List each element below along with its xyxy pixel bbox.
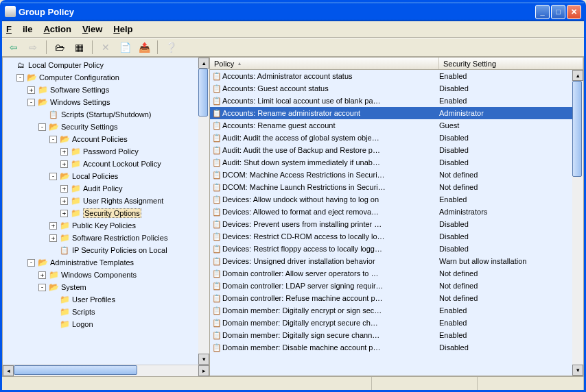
scroll-down-button[interactable]: ▾ — [198, 354, 209, 365]
policy-item-icon: 📋 — [211, 257, 222, 266]
column-header-policy[interactable]: Policy ▴ — [210, 58, 439, 69]
list-row[interactable]: 📋Devices: Unsigned driver installation b… — [210, 255, 583, 267]
tree-item[interactable]: -Computer Configuration — [3, 71, 209, 84]
tree-item[interactable]: +Audit Policy — [3, 182, 209, 195]
tree-item[interactable]: Scripts (Startup/Shutdown) — [3, 108, 209, 121]
tree-item[interactable]: -Security Settings — [3, 121, 209, 133]
list-row[interactable]: 📋Devices: Restrict floppy access to loca… — [210, 243, 583, 255]
list-row[interactable]: 📋Devices: Restrict CD-ROM access to loca… — [210, 230, 583, 243]
collapse-icon[interactable]: - — [27, 99, 35, 106]
collapse-icon[interactable]: - — [16, 74, 24, 82]
tree-item[interactable]: +Security Options — [3, 207, 209, 219]
show-hide-tree-button[interactable]: ▦ — [71, 40, 86, 55]
properties-button[interactable]: 📄 — [117, 40, 132, 55]
tree-item[interactable]: -Account Policies — [3, 133, 209, 145]
collapse-icon[interactable]: - — [38, 284, 46, 291]
menu-view[interactable]: View — [82, 24, 102, 34]
help-button[interactable]: ❔ — [163, 40, 178, 55]
list-row[interactable]: 📋Devices: Prevent users from installing … — [210, 218, 583, 230]
list-row[interactable]: 📋Audit: Audit the access of global syste… — [210, 132, 583, 144]
list-row[interactable]: 📋Domain controller: Refuse machine accou… — [210, 292, 583, 304]
expand-icon[interactable]: + — [27, 86, 35, 94]
list-vertical-scrollbar[interactable]: ▴ ▾ — [572, 70, 583, 376]
list-row[interactable]: 📋Domain member: Digitally encrypt or sig… — [210, 304, 583, 317]
list-row[interactable]: 📋Accounts: Rename guest accountGuest — [210, 119, 583, 132]
tree-item[interactable]: +Software Restriction Policies — [3, 232, 209, 244]
tree-item[interactable]: +Public Key Policies — [3, 219, 209, 232]
list-row[interactable]: 📋Devices: Allow undock without having to… — [210, 193, 583, 206]
tree-item[interactable]: User Profiles — [3, 293, 209, 306]
expand-icon[interactable]: + — [60, 210, 68, 217]
tree-horizontal-scrollbar[interactable]: ◂ ▸ — [3, 365, 209, 376]
folder-icon — [59, 233, 70, 243]
list-row[interactable]: 📋Domain member: Disable machine account … — [210, 341, 583, 354]
expand-icon[interactable]: + — [49, 222, 57, 230]
list-row[interactable]: 📋DCOM: Machine Access Restrictions in Se… — [210, 169, 583, 181]
scroll-right-button[interactable]: ▸ — [198, 365, 209, 376]
list-row[interactable]: 📋Audit: Shut down system immediately if … — [210, 156, 583, 169]
list-row[interactable]: 📋Accounts: Guest account statusDisabled — [210, 82, 583, 95]
close-button[interactable]: ✕ — [567, 5, 581, 19]
tree-item[interactable]: -Local Policies — [3, 170, 209, 182]
collapse-icon[interactable]: - — [49, 173, 57, 180]
tree-vertical-scrollbar[interactable]: ▴ ▾ — [198, 58, 209, 365]
list-row[interactable]: 📋Domain controller: Allow server operato… — [210, 267, 583, 280]
policy-item-icon: 📋 — [211, 171, 222, 180]
maximize-button[interactable]: □ — [551, 5, 565, 19]
tree-item[interactable]: Scripts — [3, 306, 209, 318]
expand-icon[interactable]: + — [60, 197, 68, 205]
list-view[interactable]: 📋Accounts: Administrator account statusE… — [210, 70, 583, 376]
scroll-thumb[interactable] — [14, 365, 137, 375]
tree-item[interactable]: -System — [3, 281, 209, 293]
tree-item[interactable]: -Administrative Templates — [3, 256, 209, 269]
up-button[interactable]: 🗁 — [52, 40, 67, 55]
expand-icon[interactable]: + — [49, 234, 57, 242]
list-row[interactable]: 📋Devices: Allowed to format and eject re… — [210, 206, 583, 218]
tree-item[interactable]: Logon — [3, 318, 209, 330]
list-row[interactable]: 📋DCOM: Machine Launch Restrictions in Se… — [210, 181, 583, 193]
list-row[interactable]: 📋Accounts: Administrator account statusE… — [210, 70, 583, 82]
expand-icon[interactable]: + — [60, 160, 68, 168]
tree-view[interactable]: Local Computer Policy-Computer Configura… — [3, 58, 209, 365]
expand-icon[interactable]: + — [38, 271, 46, 279]
scroll-up-button[interactable]: ▴ — [198, 58, 209, 69]
collapse-icon[interactable]: - — [49, 136, 57, 143]
expand-icon[interactable]: + — [60, 185, 68, 193]
export-button[interactable]: 📤 — [137, 40, 152, 55]
scroll-thumb[interactable] — [198, 69, 208, 117]
delete-button[interactable]: ✕ — [98, 40, 113, 55]
tree-item[interactable]: +Account Lockout Policy — [3, 158, 209, 170]
expand-icon[interactable]: + — [60, 148, 68, 156]
tree-item[interactable]: Local Computer Policy — [3, 59, 209, 71]
security-setting-value: Disabled — [439, 220, 583, 228]
tree-item-label: Windows Settings — [50, 98, 110, 106]
column-header-setting[interactable]: Security Setting — [439, 58, 583, 69]
collapse-icon[interactable]: - — [27, 259, 35, 267]
menu-help[interactable]: Help — [113, 24, 132, 34]
tree-item[interactable]: +Password Policy — [3, 145, 209, 158]
tree-item[interactable]: +Windows Components — [3, 269, 209, 281]
collapse-icon[interactable]: - — [38, 123, 46, 131]
list-row[interactable]: 📋Audit: Audit the use of Backup and Rest… — [210, 144, 583, 156]
security-setting-value: Administrators — [439, 208, 583, 216]
tree-item[interactable]: -Windows Settings — [3, 96, 209, 108]
list-row[interactable]: 📋Accounts: Rename administrator accountA… — [210, 107, 583, 119]
list-row[interactable]: 📋Accounts: Limit local account use of bl… — [210, 95, 583, 107]
forward-button[interactable]: ⇨ — [25, 40, 40, 55]
app-window: Group Policy _ □ ✕ File Action View Help… — [0, 0, 586, 392]
scroll-up-button[interactable]: ▴ — [572, 70, 583, 81]
tree-item[interactable]: +Software Settings — [3, 84, 209, 96]
scroll-left-button[interactable]: ◂ — [3, 365, 14, 376]
titlebar[interactable]: Group Policy _ □ ✕ — [2, 2, 584, 21]
menu-file[interactable]: File — [6, 24, 32, 34]
list-row[interactable]: 📋Domain controller: LDAP server signing … — [210, 280, 583, 292]
tree-item[interactable]: IP Security Policies on Local — [3, 244, 209, 256]
list-row[interactable]: 📋Domain member: Digitally sign secure ch… — [210, 329, 583, 341]
minimize-button[interactable]: _ — [535, 5, 550, 19]
list-row[interactable]: 📋Domain member: Digitally encrypt secure… — [210, 317, 583, 329]
scroll-thumb[interactable] — [572, 81, 582, 177]
scroll-down-button[interactable]: ▾ — [572, 365, 583, 376]
back-button[interactable]: ⇦ — [6, 40, 21, 55]
tree-item[interactable]: +User Rights Assignment — [3, 195, 209, 207]
menu-action[interactable]: Action — [43, 24, 71, 34]
